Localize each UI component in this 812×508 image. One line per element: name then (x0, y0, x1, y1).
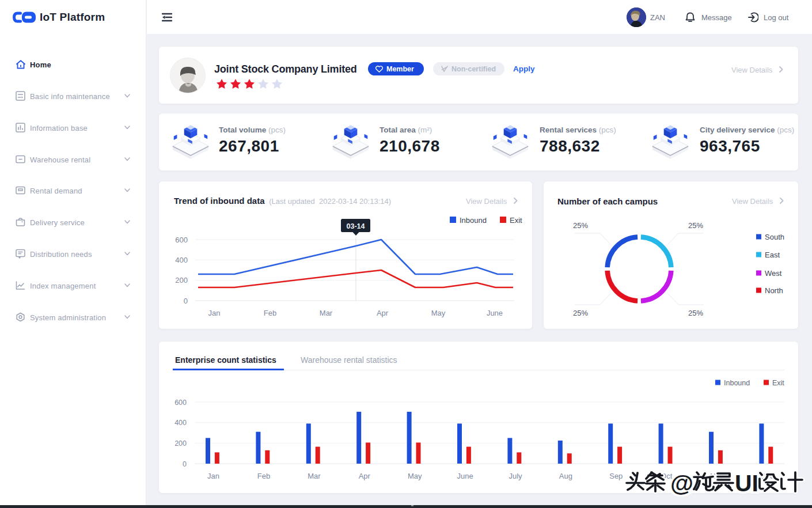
svg-text:400: 400 (175, 256, 188, 264)
svg-text:UI: UI (735, 470, 758, 496)
svg-text:Feb: Feb (264, 309, 276, 317)
svg-text:Aug: Aug (559, 472, 572, 480)
svg-text:May: May (431, 309, 446, 317)
svg-text:Exit: Exit (510, 216, 522, 225)
svg-text:East: East (765, 251, 780, 259)
svg-text:@: @ (670, 470, 693, 496)
svg-text:South: South (765, 233, 784, 241)
svg-text:200: 200 (175, 276, 188, 285)
svg-text:Mar: Mar (320, 309, 333, 317)
svg-text:Mar: Mar (308, 472, 321, 480)
svg-text:Apr: Apr (377, 309, 389, 317)
svg-text:25%: 25% (573, 309, 588, 317)
svg-text:0: 0 (184, 297, 188, 305)
svg-text:Jan: Jan (207, 472, 219, 480)
svg-text:June: June (457, 472, 473, 480)
svg-text:25%: 25% (688, 221, 703, 230)
svg-text:600: 600 (175, 236, 188, 244)
svg-text:600: 600 (174, 399, 187, 407)
svg-text:Jan: Jan (208, 309, 221, 317)
svg-text:200: 200 (174, 439, 187, 448)
svg-text:25%: 25% (573, 221, 588, 230)
svg-text:May: May (408, 472, 422, 480)
svg-text:June: June (487, 309, 503, 317)
svg-text:0: 0 (183, 460, 187, 468)
svg-text:North: North (765, 286, 783, 295)
svg-text:Apr: Apr (359, 472, 371, 480)
svg-text:July: July (509, 472, 522, 480)
svg-text:25%: 25% (688, 309, 703, 317)
svg-text:Feb: Feb (257, 472, 270, 480)
svg-text:Sep: Sep (609, 472, 623, 480)
svg-text:Inbound: Inbound (724, 379, 750, 387)
svg-text:Inbound: Inbound (460, 216, 487, 225)
svg-text:03-14: 03-14 (347, 222, 365, 230)
svg-text:West: West (765, 269, 782, 278)
svg-text:400: 400 (174, 419, 187, 427)
svg-text:Exit: Exit (772, 379, 784, 387)
